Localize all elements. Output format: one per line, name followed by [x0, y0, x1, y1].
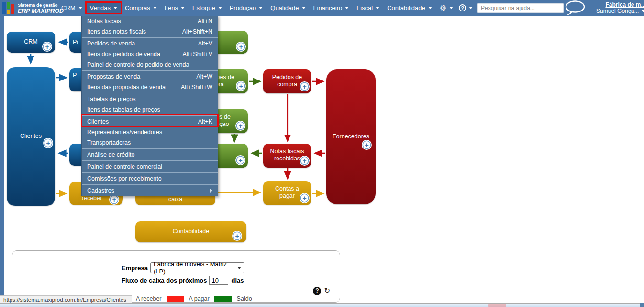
account-block: Fábrica de m... Samuel Gonça... — [596, 2, 644, 14]
brand-name: ERP MAXIPROD — [18, 9, 64, 14]
chevron-down-icon — [642, 10, 644, 12]
add-icon[interactable]: + — [363, 141, 370, 148]
menu-item-label: Cadastros — [87, 187, 114, 194]
node-label-line2: recebidas — [274, 155, 300, 162]
node-label: Clientes — [7, 133, 55, 139]
nav-qualidade[interactable]: Qualidade — [266, 2, 309, 13]
menu-item-itens-notas-fiscais[interactable]: Itens das notas fiscais Alt+Shift+N — [82, 26, 218, 37]
menu-item-propostas-venda[interactable]: Propostas de venda Alt+W — [82, 71, 218, 82]
menu-item-comissoes[interactable]: Comissões por recebimento — [82, 173, 218, 184]
add-icon[interactable]: + — [233, 232, 241, 239]
help-icon[interactable]: ? — [313, 287, 321, 295]
node-label: Contabilidade — [135, 228, 246, 235]
gear-icon: ⚙ — [440, 4, 446, 12]
nav-financeiro[interactable]: Financeiro — [310, 2, 353, 13]
add-icon[interactable]: + — [237, 82, 244, 90]
nav-itens[interactable]: Itens — [161, 2, 189, 13]
menu-item-label: Clientes — [87, 118, 109, 125]
flow-node-notas-recebidas[interactable]: Notas fiscais recebidas + — [263, 144, 311, 168]
main-menu: CRM Vendas Compras Itens Estoque Produçã… — [57, 0, 564, 16]
chevron-down-icon — [237, 267, 241, 269]
flow-node-contabilidade[interactable]: Contabilidade + — [135, 221, 246, 242]
add-icon[interactable]: + — [301, 194, 308, 202]
menu-item-clientes[interactable]: Clientes Alt+K — [82, 116, 218, 127]
flow-node-clientes[interactable]: Clientes + — [7, 67, 55, 206]
flow-node-crm[interactable]: CRM + — [7, 32, 55, 53]
menu-item-itens-pedidos-venda[interactable]: Itens dos pedidos de venda Alt+Shift+V — [82, 49, 218, 59]
bottom-right-corner-block — [640, 303, 644, 307]
legend-label-saldo: Saldo — [237, 296, 252, 302]
brand-tagline: Sistema de gestão — [18, 2, 64, 8]
menu-item-shortcut: Alt+Shift+W — [181, 84, 212, 91]
left-edge-strip — [0, 16, 4, 307]
menu-item-label: Notas fiscais — [87, 18, 121, 25]
menu-item-tabelas-precos[interactable]: Tabelas de preços — [82, 94, 218, 104]
logo-bars-icon — [2, 2, 15, 14]
add-icon[interactable]: + — [44, 43, 51, 50]
menu-item-label: Análise de crédito — [87, 151, 134, 159]
add-icon[interactable]: + — [44, 139, 52, 147]
menu-item-shortcut: Alt+Shift+V — [182, 51, 212, 58]
chevron-down-icon — [469, 7, 473, 9]
menu-item-transportadoras[interactable]: Transportadoras — [82, 137, 218, 148]
user-name: Samuel Gonça... — [596, 8, 639, 14]
bottom-edge-strip — [0, 303, 644, 307]
fluxo-caixa-label: Fluxo de caixa dos próximos — [122, 277, 207, 284]
legend-swatch-a-receber — [167, 296, 184, 302]
nav-vendas[interactable]: Vendas — [86, 2, 121, 13]
settings-menu[interactable]: ⚙ — [436, 4, 455, 12]
menu-item-analise-credito[interactable]: Análise de crédito — [82, 149, 218, 160]
menu-item-itens-tabelas-precos[interactable]: Itens das tabelas de preços — [82, 104, 218, 115]
search-input[interactable] — [477, 3, 564, 13]
nav-contabilidade[interactable]: Contabilidade — [383, 2, 436, 13]
nav-crm[interactable]: CRM — [57, 2, 86, 13]
dias-input[interactable] — [209, 276, 228, 285]
help-icon: ? — [459, 4, 466, 11]
node-label-line1: Contas a — [275, 185, 299, 192]
menu-item-pedidos-venda[interactable]: Pedidos de venda Alt+V — [82, 38, 218, 49]
top-navigation-bar: Sistema de gestão ERP MAXIPROD CRM Venda… — [0, 0, 644, 16]
nav-estoque[interactable]: Estoque — [189, 2, 226, 13]
menu-item-cadastros[interactable]: Cadastros — [82, 185, 218, 196]
flow-node-pedidos-compra[interactable]: Pedidos de compra + — [263, 69, 311, 93]
node-label: caixa — [135, 196, 215, 203]
chat-bubble-icon[interactable] — [564, 0, 586, 15]
company-link[interactable]: Fábrica de m... — [596, 2, 644, 8]
user-menu[interactable]: Samuel Gonça... — [596, 8, 644, 14]
empresa-label: Empresa — [122, 264, 148, 272]
status-url: https://sistema.maxiprod.com.br/Empresa/… — [3, 297, 126, 303]
empresa-select[interactable]: Fábrica de móveis - Matriz (LP) — [150, 262, 244, 273]
add-icon[interactable]: + — [237, 122, 244, 129]
menu-item-label: Pedidos de venda — [87, 40, 135, 47]
legend-label-a-receber: A receber — [136, 296, 162, 302]
help-menu[interactable]: ? — [455, 4, 475, 11]
nav-producao[interactable]: Produção — [226, 2, 267, 13]
add-icon[interactable]: + — [111, 196, 118, 203]
nav-fiscal[interactable]: Fiscal — [353, 2, 383, 13]
menu-item-painel-pedido-venda[interactable]: Painel de controle do pedido de venda — [82, 59, 218, 70]
menu-item-itens-propostas-venda[interactable]: Itens das propostas de venda Alt+Shift+W — [82, 82, 218, 92]
refresh-icon[interactable]: ↻ — [324, 286, 330, 295]
menu-item-label: Painel de controle do pedido de venda — [87, 61, 189, 68]
add-icon[interactable]: + — [301, 157, 308, 164]
vendas-dropdown-menu: Notas fiscais Alt+N Itens das notas fisc… — [81, 15, 218, 196]
node-label-line1: Pedidos de — [272, 74, 302, 80]
add-icon[interactable]: + — [237, 157, 244, 164]
menu-item-label: Propostas de venda — [87, 73, 140, 80]
bottom-chart-peek — [488, 304, 506, 307]
menu-item-label: Itens dos pedidos de venda — [87, 51, 160, 58]
chart-legend: A receber A pagar Saldo — [136, 296, 252, 302]
add-icon[interactable]: + — [301, 83, 308, 90]
menu-item-representantes[interactable]: Representantes/vendedores — [82, 127, 218, 137]
menu-item-label: Representantes/vendedores — [87, 129, 162, 136]
app-logo: Sistema de gestão ERP MAXIPROD — [0, 2, 57, 14]
add-icon[interactable]: + — [237, 43, 244, 50]
menu-item-notas-fiscais[interactable]: Notas fiscais Alt+N — [82, 16, 218, 26]
nav-compras[interactable]: Compras — [121, 2, 161, 13]
node-label-line2: compra — [277, 81, 297, 88]
flow-node-contas-pagar[interactable]: Contas a pagar + — [263, 181, 311, 205]
flow-node-fornecedores[interactable]: Fornecedores + — [326, 69, 376, 204]
menu-item-painel-comercial[interactable]: Painel de controle comercial — [82, 161, 218, 172]
menu-item-label: Transportadoras — [87, 139, 131, 147]
menu-item-shortcut: Alt+V — [198, 40, 212, 47]
